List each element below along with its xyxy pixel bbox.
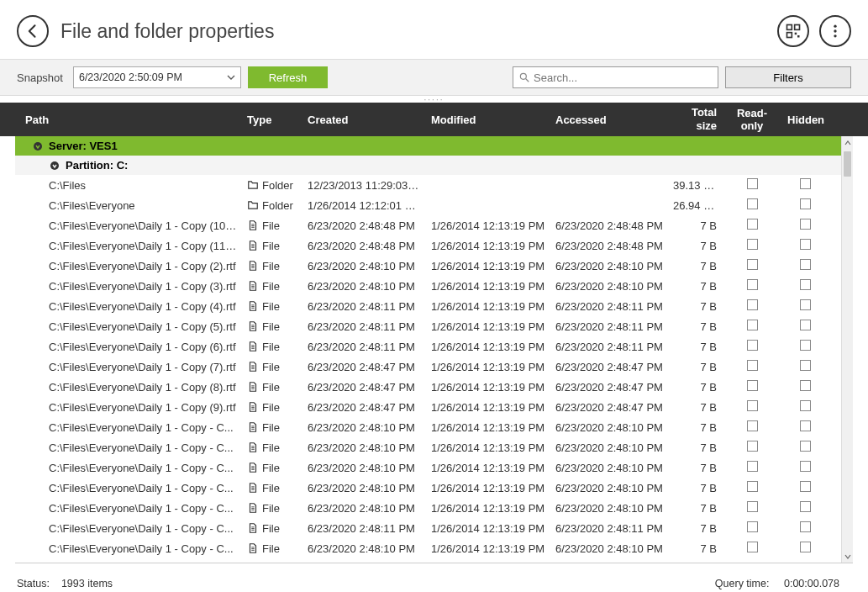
group-server-label: Server: VES1 <box>49 140 118 152</box>
readonly-checkbox[interactable] <box>747 320 758 330</box>
column-type[interactable]: Type <box>242 110 302 130</box>
column-size[interactable]: Total size <box>668 103 722 135</box>
column-hidden[interactable]: Hidden <box>782 110 828 130</box>
hidden-checkbox[interactable] <box>800 521 811 532</box>
readonly-checkbox[interactable] <box>747 400 758 411</box>
readonly-checkbox[interactable] <box>747 299 758 310</box>
group-server[interactable]: Server: VES1 <box>15 136 841 156</box>
hidden-checkbox[interactable] <box>800 360 811 371</box>
readonly-checkbox[interactable] <box>747 441 758 452</box>
hidden-checkbox[interactable] <box>800 239 811 250</box>
hidden-checkbox[interactable] <box>800 340 811 351</box>
file-icon <box>247 240 259 251</box>
hidden-checkbox[interactable] <box>800 380 811 391</box>
scrollbar[interactable] <box>841 136 853 563</box>
readonly-checkbox[interactable] <box>747 178 758 189</box>
table-row[interactable]: C:\Files\Everyone\Daily 1 - Copy (11).rt… <box>15 235 841 256</box>
qr-button[interactable] <box>777 15 809 47</box>
readonly-checkbox[interactable] <box>747 198 758 209</box>
scroll-down-button[interactable] <box>842 550 853 563</box>
svg-point-11 <box>50 161 59 170</box>
hidden-checkbox[interactable] <box>800 400 811 411</box>
column-readonly[interactable]: Read-only <box>722 103 782 135</box>
readonly-checkbox[interactable] <box>747 481 758 492</box>
query-time-label: Query time: <box>715 578 770 589</box>
table-row[interactable]: C:\Files\Everyone\Daily 1 - Copy - C...F… <box>15 478 841 498</box>
chevron-down-icon <box>227 75 235 80</box>
readonly-checkbox[interactable] <box>747 420 758 431</box>
cell-hidden <box>782 219 828 232</box>
hidden-checkbox[interactable] <box>800 441 811 452</box>
readonly-checkbox[interactable] <box>747 521 758 532</box>
filters-button[interactable]: Filters <box>725 66 851 88</box>
table-row[interactable]: C:\Files\Everyone\Daily 1 - Copy (10).rt… <box>15 215 841 235</box>
readonly-checkbox[interactable] <box>747 259 758 270</box>
table-row[interactable]: C:\Files\Everyone\Daily 1 - Copy (5).rtf… <box>15 316 841 336</box>
cell-type: File <box>242 219 302 232</box>
readonly-checkbox[interactable] <box>747 219 758 230</box>
cell-size: 7 B <box>668 300 722 313</box>
cell-created: 6/23/2020 2:48:48 PM <box>302 240 426 252</box>
table-row[interactable]: C:\Files\Everyone\Daily 1 - Copy - C...F… <box>15 417 841 437</box>
hidden-checkbox[interactable] <box>800 501 811 512</box>
cell-readonly <box>722 501 782 515</box>
table-row[interactable]: C:\Files\Everyone\Daily 1 - Copy (9).rtf… <box>15 397 841 417</box>
hidden-checkbox[interactable] <box>800 259 811 270</box>
table-row[interactable]: C:\Files\Everyone\Daily 1 - Copy (4).rtf… <box>15 296 841 316</box>
cell-size: 7 B <box>668 361 722 373</box>
scroll-up-button[interactable] <box>842 136 853 150</box>
readonly-checkbox[interactable] <box>747 279 758 290</box>
hidden-checkbox[interactable] <box>800 219 811 230</box>
group-partition[interactable]: Partition: C: <box>15 156 841 175</box>
scroll-thumb[interactable] <box>844 151 851 177</box>
column-path[interactable]: Path <box>15 110 242 130</box>
cell-size: 7 B <box>668 462 722 474</box>
resize-handle[interactable]: ····· <box>0 96 868 103</box>
hidden-checkbox[interactable] <box>800 178 811 189</box>
search-input[interactable] <box>534 71 713 84</box>
more-button[interactable] <box>819 15 851 47</box>
arrow-left-icon <box>24 23 41 40</box>
hidden-checkbox[interactable] <box>800 320 811 330</box>
hidden-checkbox[interactable] <box>800 198 811 209</box>
table-row[interactable]: C:\Files\EveryoneFolder1/26/2014 12:12:0… <box>15 195 841 215</box>
readonly-checkbox[interactable] <box>747 360 758 371</box>
readonly-checkbox[interactable] <box>747 340 758 351</box>
table-row[interactable]: C:\Files\Everyone\Daily 1 - Copy (6).rtf… <box>15 336 841 357</box>
search-box[interactable] <box>513 66 718 88</box>
readonly-checkbox[interactable] <box>747 461 758 472</box>
hidden-checkbox[interactable] <box>800 299 811 310</box>
cell-accessed: 6/23/2020 2:48:10 PM <box>550 421 668 434</box>
readonly-checkbox[interactable] <box>747 542 758 552</box>
snapshot-select[interactable]: 6/23/2020 2:50:09 PM <box>73 66 241 88</box>
readonly-checkbox[interactable] <box>747 380 758 391</box>
readonly-checkbox[interactable] <box>747 239 758 250</box>
file-icon <box>247 300 259 312</box>
readonly-checkbox[interactable] <box>747 501 758 512</box>
hidden-checkbox[interactable] <box>800 279 811 290</box>
table-row[interactable]: C:\Files\Everyone\Daily 1 - Copy - C...F… <box>15 498 841 518</box>
table-row[interactable]: C:\Files\Everyone\Daily 1 - Copy - C...F… <box>15 538 841 558</box>
cell-modified: 1/26/2014 12:13:19 PM <box>426 522 550 535</box>
back-button[interactable] <box>17 15 49 47</box>
hidden-checkbox[interactable] <box>800 481 811 492</box>
hidden-checkbox[interactable] <box>800 461 811 472</box>
table-row[interactable]: C:\Files\Everyone\Daily 1 - Copy (3).rtf… <box>15 276 841 296</box>
hidden-checkbox[interactable] <box>800 420 811 431</box>
hidden-checkbox[interactable] <box>800 542 811 552</box>
table-row[interactable]: C:\Files\Everyone\Daily 1 - Copy - C...F… <box>15 518 841 538</box>
column-created[interactable]: Created <box>302 110 426 130</box>
table-row[interactable]: C:\FilesFolder12/23/2013 11:29:03 PM39.1… <box>15 175 841 195</box>
table-row[interactable]: C:\Files\Everyone\Daily 1 - Copy (2).rtf… <box>15 256 841 276</box>
table-row[interactable]: C:\Files\Everyone\Daily 1 - Copy - C...F… <box>15 457 841 478</box>
file-icon <box>247 260 259 272</box>
column-modified[interactable]: Modified <box>426 110 550 130</box>
table-row[interactable]: C:\Files\Everyone\Daily 1 - Copy - C...F… <box>15 437 841 457</box>
refresh-button[interactable]: Refresh <box>248 66 328 88</box>
cell-modified: 1/26/2014 12:13:19 PM <box>426 320 550 333</box>
column-accessed[interactable]: Accessed <box>550 110 668 130</box>
cell-hidden <box>782 360 828 373</box>
table-row[interactable]: C:\Files\Everyone\Daily 1 - Copy (7).rtf… <box>15 357 841 377</box>
cell-accessed: 6/23/2020 2:48:11 PM <box>550 522 668 535</box>
table-row[interactable]: C:\Files\Everyone\Daily 1 - Copy (8).rtf… <box>15 377 841 397</box>
